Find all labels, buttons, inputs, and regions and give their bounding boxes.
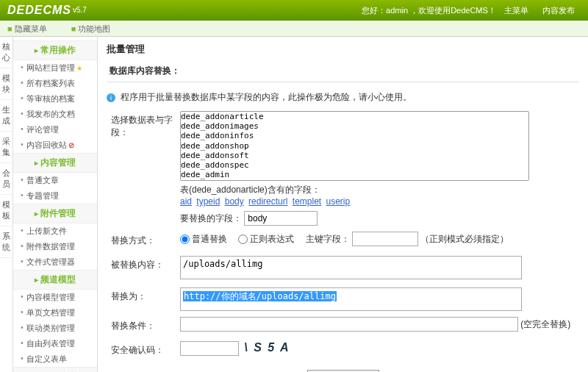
- section-title: 数据库内容替换：: [107, 60, 579, 82]
- condition-note: (空完全替换): [520, 319, 570, 329]
- rail-item[interactable]: 模板: [0, 195, 12, 226]
- table-label: 选择数据表与字段：: [107, 111, 180, 142]
- sidebar-item[interactable]: 上传新文件: [13, 223, 97, 239]
- field-link[interactable]: userip: [326, 196, 351, 207]
- sidebar-item[interactable]: 单页文档管理: [13, 305, 97, 321]
- page-title: 批量管理: [107, 43, 579, 56]
- field-link[interactable]: redirecturl: [248, 196, 287, 207]
- sidebar-item[interactable]: 内容模型管理: [13, 290, 97, 305]
- sidebar-item[interactable]: 附件数据管理: [13, 239, 97, 254]
- mode-normal[interactable]: 普通替换: [180, 234, 227, 244]
- sidebar-item[interactable]: 专题管理: [13, 188, 97, 204]
- group-title[interactable]: 常用操作: [13, 40, 97, 60]
- version: v5.7: [73, 0, 87, 21]
- replace-field-label: 要替换的字段：: [180, 213, 242, 223]
- sitemap[interactable]: ■功能地图: [71, 24, 122, 33]
- main-menu-link[interactable]: 主菜单: [504, 6, 528, 15]
- sidebar-item[interactable]: 文件式管理器: [13, 254, 97, 270]
- replace-to-textarea[interactable]: http://你的域名/uploads/allimg: [180, 287, 522, 311]
- rail-item[interactable]: 会员: [0, 163, 12, 195]
- field-link[interactable]: typeid: [196, 196, 220, 207]
- keyword-label: 主键字段：: [306, 234, 350, 244]
- sidebar: 常用操作网站栏目管理★所有档案列表等审核的档案我发布的文档评论管理内容回收站⊘内…: [13, 37, 98, 372]
- rail: 核心模块生成采集会员模板系统: [0, 37, 13, 372]
- forbid-icon: ⊘: [68, 141, 74, 149]
- sidebar-item[interactable]: 内容回收站⊘: [13, 137, 97, 153]
- star-icon: ★: [76, 65, 82, 72]
- hide-menu[interactable]: ■隐藏菜单: [7, 24, 58, 33]
- condition-label: 替换条件：: [107, 317, 180, 335]
- field-link[interactable]: body: [225, 196, 244, 207]
- logo: DEDECMS: [7, 0, 71, 21]
- info-row: i 程序用于批量替换数据库中某字段的内容，此操作极为危险，请小心使用。: [107, 88, 579, 107]
- main: 批量管理 数据库内容替换： i 程序用于批量替换数据库中某字段的内容，此操作极为…: [98, 37, 588, 372]
- group-title[interactable]: 内容管理: [13, 153, 97, 173]
- mode-label: 替换方式：: [107, 232, 180, 250]
- search-textarea[interactable]: [180, 256, 522, 279]
- field-link[interactable]: aid: [180, 196, 192, 207]
- table-select[interactable]: dede_addonarticledede_addonimagesdede_ad…: [180, 111, 529, 181]
- rail-item[interactable]: 核心: [0, 37, 12, 68]
- captcha-label: 安全确认码：: [107, 341, 180, 360]
- group-title[interactable]: 频道模型: [13, 270, 97, 290]
- publish-link[interactable]: 内容发布: [542, 6, 575, 15]
- field-link[interactable]: templet: [293, 196, 321, 207]
- replace-field-input[interactable]: [244, 211, 318, 226]
- sidebar-item[interactable]: 等审核的档案: [13, 91, 97, 107]
- field-list: 表(dede_addonarticle)含有的字段： aid typeid bo…: [180, 184, 579, 207]
- search-label: 被替换内容：: [107, 256, 180, 274]
- rail-item[interactable]: 系统: [0, 226, 12, 258]
- rail-item[interactable]: 生成: [0, 100, 12, 132]
- info-text: 程序用于批量替换数据库中某字段的内容，此操作极为危险，请小心使用。: [121, 92, 412, 102]
- sidebar-item[interactable]: 普通文章: [13, 173, 97, 188]
- square-icon: ■: [71, 24, 76, 33]
- mode-note: （正则模式必须指定）: [420, 234, 509, 244]
- subheader: ■隐藏菜单 ■功能地图: [0, 21, 588, 37]
- rail-item[interactable]: 采集: [0, 132, 12, 163]
- condition-input[interactable]: [180, 317, 518, 332]
- sidebar-item[interactable]: 我发布的文档: [13, 107, 97, 122]
- rail-item[interactable]: 模块: [0, 68, 12, 100]
- sidebar-item[interactable]: 自定义表单: [13, 351, 97, 367]
- header: DEDECMS v5.7 您好：admin ，欢迎使用DedeCMS！ 主菜单 …: [0, 0, 588, 21]
- sidebar-item[interactable]: 网站栏目管理★: [13, 60, 97, 76]
- keyword-input[interactable]: [352, 232, 418, 246]
- captcha-image: \ S 5 A: [244, 341, 290, 354]
- sidebar-item[interactable]: 评论管理: [13, 122, 97, 137]
- sidebar-item[interactable]: 自由列表管理: [13, 336, 97, 351]
- square-icon: ■: [7, 24, 12, 33]
- sidebar-item[interactable]: 联动类别管理: [13, 321, 97, 336]
- captcha-input[interactable]: [180, 341, 239, 356]
- mode-regex[interactable]: 正则表达式: [238, 234, 294, 244]
- fields-prefix: 表(dede_addonarticle)含有的字段：: [180, 185, 320, 195]
- header-right: 您好：admin ，欢迎使用DedeCMS！ 主菜单 内容发布: [362, 0, 581, 21]
- group-title[interactable]: 附件管理: [13, 204, 97, 223]
- sidebar-item[interactable]: 所有档案列表: [13, 76, 97, 91]
- replace-to-label: 替换为：: [107, 287, 180, 306]
- info-icon: i: [107, 93, 115, 102]
- highlighted-text: http://你的域名/uploads/allimg: [183, 291, 337, 301]
- group-title[interactable]: 批量维护: [13, 367, 97, 372]
- welcome-text: 您好：admin ，欢迎使用DedeCMS！: [362, 6, 496, 15]
